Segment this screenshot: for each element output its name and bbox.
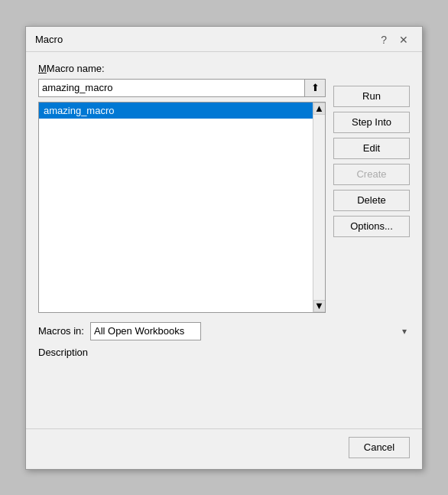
macro-dialog: Macro ? ✕ MMacro name: ⬆ amazing: [25, 26, 423, 470]
upload-button[interactable]: ⬆: [304, 79, 326, 97]
macro-name-row: ⬆: [38, 79, 326, 97]
upload-icon: ⬆: [311, 82, 320, 93]
right-panel: Run Step Into Edit Create Delete Options…: [333, 63, 410, 313]
title-bar-left: Macro: [35, 34, 63, 45]
left-panel: MMacro name: ⬆ amazing_macro ▲: [38, 63, 326, 313]
help-button[interactable]: ?: [376, 33, 391, 47]
macros-in-label: Macros in:: [38, 325, 84, 337]
dialog-body: MMacro name: ⬆ amazing_macro ▲: [26, 52, 422, 428]
delete-button[interactable]: Delete: [333, 190, 410, 211]
macros-in-select[interactable]: All Open Workbooks This Workbook: [90, 322, 201, 340]
title-bar-right: ? ✕: [376, 33, 413, 47]
main-area: MMacro name: ⬆ amazing_macro ▲: [38, 63, 410, 313]
scroll-down-button[interactable]: ▼: [313, 300, 326, 312]
cancel-button[interactable]: Cancel: [349, 437, 410, 458]
scroll-up-button[interactable]: ▲: [313, 103, 326, 115]
scrollbar-track: ▲ ▼: [313, 103, 325, 312]
create-button[interactable]: Create: [333, 164, 410, 185]
macro-list-item[interactable]: amazing_macro: [39, 103, 325, 119]
macro-name-label: MMacro name:: [38, 63, 326, 74]
scroll-down-icon: ▼: [314, 300, 324, 311]
title-bar: Macro ? ✕: [26, 27, 422, 52]
scroll-up-icon: ▲: [314, 103, 324, 114]
description-label: Description: [38, 347, 410, 358]
macro-list-container: amazing_macro ▲ ▼: [38, 102, 326, 313]
dialog-title: Macro: [35, 34, 63, 45]
options-button[interactable]: Options...: [333, 216, 410, 237]
edit-button[interactable]: Edit: [333, 138, 410, 159]
close-button[interactable]: ✕: [394, 33, 413, 47]
footer: Cancel: [26, 429, 422, 469]
run-button[interactable]: Run: [333, 86, 410, 107]
bottom-area: Macros in: All Open Workbooks This Workb…: [38, 322, 410, 418]
macros-in-row: Macros in: All Open Workbooks This Workb…: [38, 322, 410, 340]
macro-name-input[interactable]: [38, 79, 304, 97]
step-into-button[interactable]: Step Into: [333, 112, 410, 133]
macros-in-select-wrapper: All Open Workbooks This Workbook: [90, 322, 410, 340]
